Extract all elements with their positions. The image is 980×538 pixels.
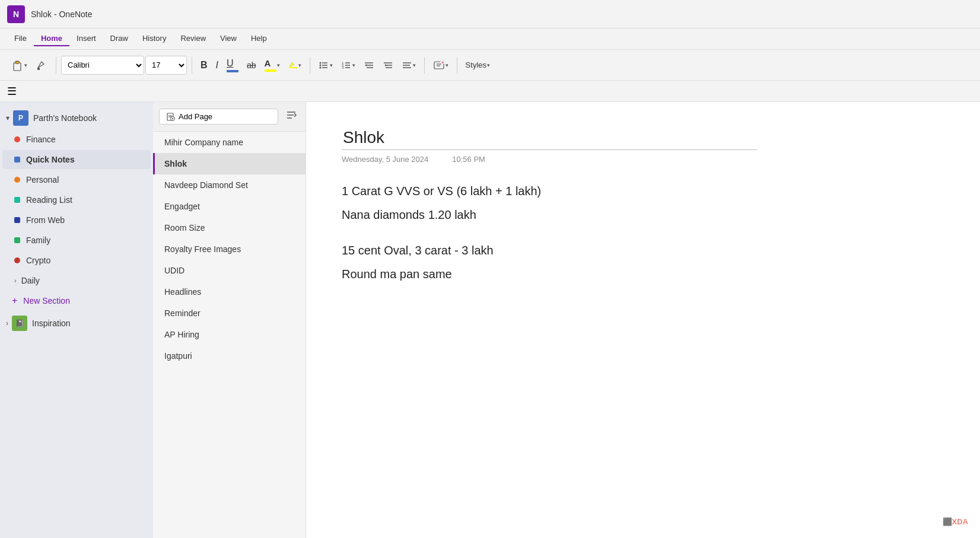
menu-view[interactable]: View <box>213 31 244 46</box>
tag-button[interactable]: ★ ▾ <box>429 57 452 74</box>
onenote-logo: N <box>7 5 25 23</box>
svg-rect-2 <box>15 62 20 63</box>
tag-group: ★ ▾ <box>429 57 452 74</box>
section-reading-list[interactable]: Reading List <box>2 190 151 209</box>
paste-button[interactable]: ▾ <box>7 56 31 74</box>
page-ap-hiring[interactable]: AP Hiring <box>153 324 306 345</box>
pages-header: Add Page <box>153 102 306 132</box>
strikethrough-button[interactable]: ab <box>243 58 260 72</box>
menu-insert[interactable]: Insert <box>69 31 103 46</box>
note-spacer <box>342 229 944 241</box>
sidebar: ▾ P Parth's Notebook Finance Quick Notes… <box>0 102 153 538</box>
numbered-list-button[interactable]: 1.2.3. ▾ <box>338 58 359 73</box>
section-personal[interactable]: Personal <box>2 170 151 189</box>
add-page-label: Add Page <box>179 112 212 121</box>
paste-arrow: ▾ <box>24 62 27 68</box>
section-quick-notes[interactable]: Quick Notes <box>2 150 151 169</box>
alignment-button[interactable]: ▾ <box>398 58 419 73</box>
quick-notes-label: Quick Notes <box>26 155 75 164</box>
inspiration-icon: 📓 <box>12 316 27 331</box>
page-udid[interactable]: UDID <box>153 260 306 281</box>
page-navdeep-diamond[interactable]: Navdeep Diamond Set <box>153 174 306 196</box>
font-size-selector[interactable]: 17 <box>145 56 187 75</box>
note-line-1: 1 Carat G VVS or VS (6 lakh + 1 lakh) <box>342 182 944 200</box>
daily-label: Daily <box>21 276 40 285</box>
reading-list-label: Reading List <box>26 195 72 205</box>
notebook-header[interactable]: ▾ P Parth's Notebook <box>0 107 153 129</box>
note-line-5: Round ma pan same <box>342 265 944 284</box>
note-body[interactable]: 1 Carat G VVS or VS (6 lakh + 1 lakh) Na… <box>342 182 944 284</box>
section-family[interactable]: Family <box>2 231 151 250</box>
section-crypto[interactable]: Crypto <box>2 251 151 270</box>
page-list: Mihir Company name Shlok Navdeep Diamond… <box>153 132 306 538</box>
new-section-plus-icon: + <box>12 295 17 306</box>
note-line-2: Nana diamonds 1.20 lakh <box>342 205 944 224</box>
menu-home[interactable]: Home <box>34 31 69 46</box>
new-section-label: New Section <box>23 296 70 305</box>
page-shlok[interactable]: Shlok <box>153 153 306 174</box>
bold-button[interactable]: B <box>197 58 211 73</box>
svg-rect-4 <box>289 67 297 68</box>
daily-chevron-icon: › <box>14 277 17 284</box>
hamburger-button[interactable]: ☰ <box>7 85 17 98</box>
svg-text:3.: 3. <box>342 66 345 69</box>
pages-panel: Add Page Mihir Company name Shlok Navdee… <box>153 102 306 538</box>
font-selector[interactable]: Calibri <box>61 56 144 75</box>
svg-point-9 <box>319 66 321 68</box>
title-bar: N Shlok - OneNote <box>0 0 980 28</box>
underline-button[interactable]: U <box>223 56 242 75</box>
family-label: Family <box>26 235 50 245</box>
sort-button[interactable] <box>283 107 300 126</box>
format-group: B I U ab A ▾ ▾ <box>197 56 305 75</box>
section-from-web[interactable]: From Web <box>2 211 151 230</box>
menu-draw[interactable]: Draw <box>103 31 135 46</box>
decrease-indent-button[interactable] <box>360 58 378 73</box>
page-engadget[interactable]: Engadget <box>153 196 306 217</box>
increase-indent-button[interactable] <box>379 58 397 73</box>
new-section-button[interactable]: + New Section <box>0 291 153 311</box>
from-web-dot <box>14 217 20 223</box>
svg-marker-24 <box>385 64 387 66</box>
add-page-button[interactable]: Add Page <box>159 109 278 125</box>
xda-watermark: ⬛XDA <box>943 517 968 526</box>
note-meta: Wednesday, 5 June 2024 10:56 PM <box>342 155 944 164</box>
page-room-size[interactable]: Room Size <box>153 217 306 238</box>
menu-help[interactable]: Help <box>244 31 274 46</box>
section-finance[interactable]: Finance <box>2 130 151 149</box>
menu-history[interactable]: History <box>135 31 173 46</box>
inspiration-chevron-icon: › <box>6 319 8 327</box>
sep1 <box>56 57 56 74</box>
font-group: Calibri 17 <box>61 56 187 75</box>
font-color-button[interactable]: A ▾ <box>261 56 284 74</box>
from-web-label: From Web <box>26 215 65 225</box>
highlight-button[interactable]: ▾ <box>285 58 305 72</box>
page-headlines[interactable]: Headlines <box>153 281 306 303</box>
section-daily[interactable]: › Daily <box>2 271 151 290</box>
reading-list-dot <box>14 197 20 203</box>
app-title: Shlok - OneNote <box>31 9 93 19</box>
hamburger-bar: ☰ <box>0 81 980 102</box>
svg-rect-3 <box>37 68 40 70</box>
page-royalty-free[interactable]: Royalty Free Images <box>153 238 306 260</box>
crypto-label: Crypto <box>26 256 50 265</box>
inspiration-label: Inspiration <box>32 319 71 328</box>
styles-button[interactable]: Styles ▾ <box>462 58 494 72</box>
finance-dot <box>14 136 20 142</box>
clipboard-group: ▾ <box>7 56 51 74</box>
bullet-list-button[interactable]: ▾ <box>315 58 336 73</box>
note-line-4: 15 cent Oval, 3 carat - 3 lakh <box>342 241 944 260</box>
page-reminder[interactable]: Reminder <box>153 303 306 324</box>
svg-point-7 <box>319 64 321 66</box>
menu-review[interactable]: Review <box>173 31 213 46</box>
list-group: ▾ 1.2.3. ▾ ▾ <box>315 58 419 73</box>
inspiration-notebook[interactable]: › 📓 Inspiration <box>0 311 153 336</box>
menu-file[interactable]: File <box>7 31 34 46</box>
format-painter-button[interactable] <box>32 57 51 74</box>
svg-marker-20 <box>365 64 367 66</box>
note-time: 10:56 PM <box>452 155 485 164</box>
note-title-input[interactable] <box>342 126 757 150</box>
page-mihir-company[interactable]: Mihir Company name <box>153 132 306 153</box>
italic-button[interactable]: I <box>212 58 222 73</box>
quick-notes-dot <box>14 157 20 163</box>
page-igatpuri[interactable]: Igatpuri <box>153 345 306 367</box>
